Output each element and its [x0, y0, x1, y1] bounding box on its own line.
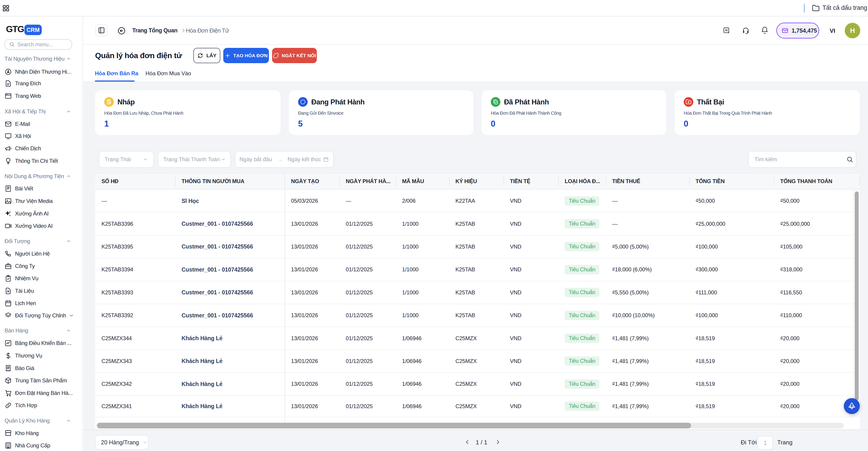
- svg-text:AI: AI: [725, 29, 728, 32]
